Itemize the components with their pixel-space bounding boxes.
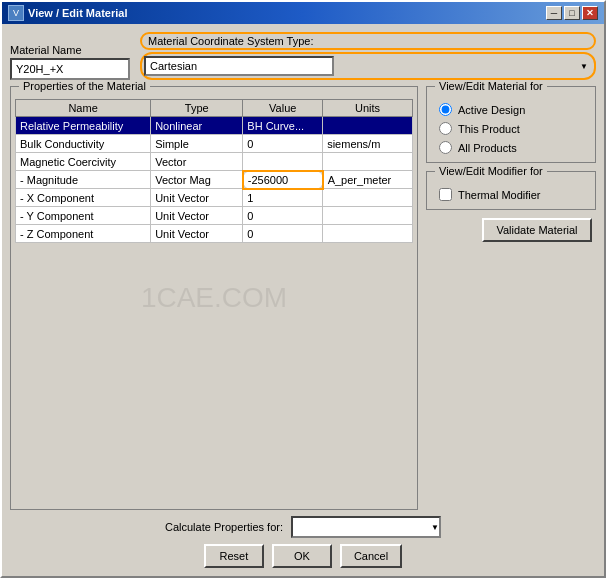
material-name-label: Material Name — [10, 44, 130, 56]
coord-system-select-wrapper: Cartesian Cylindrical Spherical ▼ — [140, 52, 596, 80]
action-buttons-row: Reset OK Cancel — [10, 544, 596, 568]
cell-units: siemens/m — [323, 135, 413, 153]
table-row[interactable]: - X ComponentUnit Vector1 — [16, 189, 413, 207]
thermal-modifier-label: Thermal Modifier — [458, 189, 541, 201]
close-button[interactable]: ✕ — [582, 6, 598, 20]
thermal-modifier-checkbox[interactable] — [439, 188, 452, 201]
radio-this-product[interactable]: This Product — [439, 122, 583, 135]
cell-value: 1 — [243, 189, 323, 207]
radio-active-design[interactable]: Active Design — [439, 103, 583, 116]
window-body: Material Name Material Coordinate System… — [2, 24, 604, 576]
calc-label: Calculate Properties for: — [165, 521, 283, 533]
minimize-button[interactable]: ─ — [546, 6, 562, 20]
radio-all-products-input[interactable] — [439, 141, 452, 154]
table-body: Relative PermeabilityNonlinearBH Curve..… — [16, 117, 413, 243]
coord-system-label: Material Coordinate System Type: — [140, 32, 596, 50]
cell-name: - Magnitude — [16, 171, 151, 189]
calc-select-wrapper: ▼ — [291, 516, 441, 538]
validate-row: Validate Material — [426, 218, 596, 242]
coord-system-group: Material Coordinate System Type: Cartesi… — [140, 32, 596, 80]
material-name-input[interactable] — [10, 58, 130, 80]
cell-name: Relative Permeability — [16, 117, 151, 135]
watermark: 1CAE.COM — [141, 282, 287, 314]
radio-all-products-label: All Products — [458, 142, 517, 154]
window-title: View / Edit Material — [28, 7, 127, 19]
cell-type: Nonlinear — [151, 117, 243, 135]
coord-system-select[interactable]: Cartesian Cylindrical Spherical — [144, 56, 334, 76]
maximize-button[interactable]: □ — [564, 6, 580, 20]
window-icon: V — [8, 5, 24, 21]
reset-button[interactable]: Reset — [204, 544, 264, 568]
cell-type: Unit Vector — [151, 207, 243, 225]
material-name-group: Material Name — [10, 44, 130, 80]
cell-type: Simple — [151, 135, 243, 153]
table-row[interactable]: - Y ComponentUnit Vector0 — [16, 207, 413, 225]
ok-button[interactable]: OK — [272, 544, 332, 568]
calc-row: Calculate Properties for: ▼ — [10, 516, 596, 538]
top-row: Material Name Material Coordinate System… — [10, 32, 596, 80]
properties-group: Properties of the Material 1CAE.COM Name… — [10, 86, 418, 510]
cell-units — [323, 189, 413, 207]
cancel-button[interactable]: Cancel — [340, 544, 402, 568]
cell-name: - X Component — [16, 189, 151, 207]
col-header-value: Value — [243, 100, 323, 117]
calc-select[interactable] — [291, 516, 441, 538]
cell-units — [323, 225, 413, 243]
main-row: Properties of the Material 1CAE.COM Name… — [10, 86, 596, 510]
cell-value: 0 — [243, 207, 323, 225]
main-window: V View / Edit Material ─ □ ✕ Material Na… — [0, 0, 606, 578]
title-buttons: ─ □ ✕ — [546, 6, 598, 20]
cell-type: Vector Mag — [151, 171, 243, 189]
cell-value: BH Curve... — [243, 117, 323, 135]
radio-this-product-input[interactable] — [439, 122, 452, 135]
cell-name: - Z Component — [16, 225, 151, 243]
cell-name: Bulk Conductivity — [16, 135, 151, 153]
cell-value: 0 — [243, 135, 323, 153]
radio-active-design-label: Active Design — [458, 104, 525, 116]
col-header-name: Name — [16, 100, 151, 117]
radio-all-products[interactable]: All Products — [439, 141, 583, 154]
table-row[interactable]: Relative PermeabilityNonlinearBH Curve..… — [16, 117, 413, 135]
properties-table: Name Type Value Units Relative Permeabil… — [15, 99, 413, 243]
table-row[interactable]: - Z ComponentUnit Vector0 — [16, 225, 413, 243]
col-header-units: Units — [323, 100, 413, 117]
title-bar: V View / Edit Material ─ □ ✕ — [2, 2, 604, 24]
cell-name: Magnetic Coercivity — [16, 153, 151, 171]
cell-value: 0 — [243, 225, 323, 243]
view-edit-modifier-group: View/Edit Modifier for Thermal Modifier — [426, 171, 596, 210]
properties-group-label: Properties of the Material — [19, 80, 150, 92]
cell-value — [243, 153, 323, 171]
cell-units: A_per_meter — [323, 171, 413, 189]
col-header-type: Type — [151, 100, 243, 117]
radio-this-product-label: This Product — [458, 123, 520, 135]
view-edit-radio-group: Active Design This Product All Products — [431, 99, 591, 158]
view-edit-material-label: View/Edit Material for — [435, 80, 547, 92]
table-row[interactable]: Bulk ConductivitySimple0siemens/m — [16, 135, 413, 153]
thermal-modifier-checkbox-label[interactable]: Thermal Modifier — [431, 184, 591, 205]
table-row[interactable]: Magnetic CoercivityVector — [16, 153, 413, 171]
table-header-row: Name Type Value Units — [16, 100, 413, 117]
cell-units — [323, 153, 413, 171]
cell-type: Unit Vector — [151, 189, 243, 207]
title-bar-left: V View / Edit Material — [8, 5, 127, 21]
cell-type: Vector — [151, 153, 243, 171]
cell-units — [323, 207, 413, 225]
right-panel: View/Edit Material for Active Design Thi… — [426, 86, 596, 510]
view-edit-modifier-label: View/Edit Modifier for — [435, 165, 547, 177]
validate-material-button[interactable]: Validate Material — [482, 218, 592, 242]
cell-type: Unit Vector — [151, 225, 243, 243]
cell-name: - Y Component — [16, 207, 151, 225]
table-row[interactable]: - MagnitudeVector Mag-256000A_per_meter — [16, 171, 413, 189]
bottom-section: Calculate Properties for: ▼ Reset OK Can… — [10, 516, 596, 568]
radio-active-design-input[interactable] — [439, 103, 452, 116]
cell-units — [323, 117, 413, 135]
view-edit-material-group: View/Edit Material for Active Design Thi… — [426, 86, 596, 163]
cell-value: -256000 — [243, 171, 323, 189]
coord-system-dropdown-arrow: ▼ — [580, 62, 588, 71]
